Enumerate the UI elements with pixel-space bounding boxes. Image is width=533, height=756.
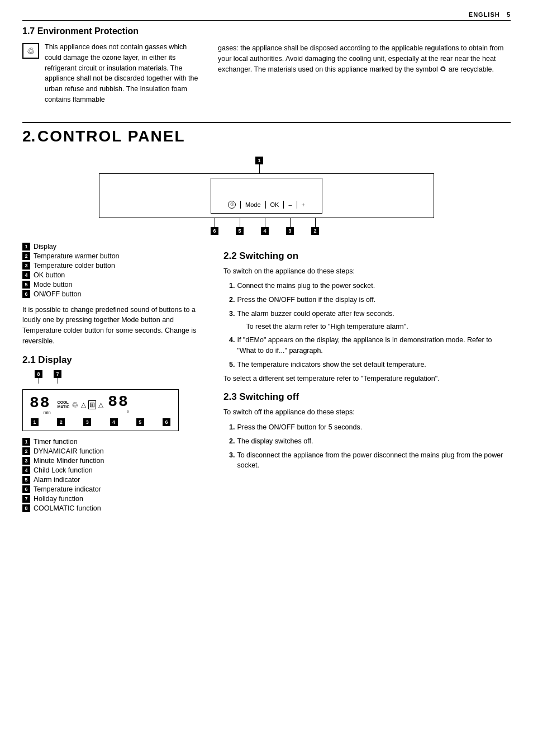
disp-item-4: 4 Child Lock function [22, 466, 207, 474]
callout-above-row: 1 [99, 157, 434, 173]
subsection-23-title: 2.3 Switching off [223, 391, 511, 403]
disp-badge-1-b: 1 [31, 418, 39, 426]
switching-off-steps: 1. Press the ON/OFF button for 5 seconds… [229, 422, 511, 471]
callout-3: 3 [286, 218, 294, 235]
badge-6: 6 [211, 227, 218, 235]
step-off-2: 2. The display switches off. [229, 436, 511, 447]
power-button-icon: ① [228, 201, 236, 209]
display-diagram-wrapper: 8 7 88 min COOLMATIC [22, 370, 184, 431]
step-on-5-text: The temperature indicators show the set … [237, 360, 426, 370]
item-badge-3: 3 [22, 262, 30, 270]
step-on-1-num: 1. [229, 281, 235, 291]
step-on-2-text: Press the ON/OFF button if the display i… [237, 295, 375, 305]
disp-item-label-5: Alarm indicator [34, 476, 80, 484]
step-on-1: 1. Connect the mains plug to the power s… [229, 281, 511, 291]
callout-1-above: 1 [255, 157, 263, 173]
plus-label: + [302, 201, 305, 208]
child-lock-icon: ⊞ [88, 400, 96, 409]
disp-item-badge-5: 5 [22, 476, 30, 484]
display-inner: 88 min COOLMATIC ♲ △ ⊞ △ 88 ° [30, 394, 172, 416]
disp-item-badge-3: 3 [22, 457, 30, 465]
disp-item-label-7: Holiday function [34, 495, 83, 503]
disp-item-badge-6: 6 [22, 485, 30, 493]
item-row-1: 1 Display [22, 243, 207, 251]
page-number: 5 [507, 11, 511, 18]
item-label-4: OK button [34, 271, 65, 279]
section-17: 1.7 Environment Protection ♲ This applia… [22, 26, 511, 105]
disp-badge-8: 8 [35, 370, 42, 378]
section-17-left: 1.7 Environment Protection ♲ This applia… [22, 26, 201, 105]
switching-on-steps: 1. Connect the mains plug to the power s… [229, 281, 511, 370]
disp-item-badge-2: 2 [22, 447, 30, 455]
display-item-list: 1 Timer function 2 DYNAMICAIR function 3… [22, 438, 207, 512]
mode-label: Mode [245, 201, 261, 208]
disp-item-badge-1: 1 [22, 438, 30, 446]
seg-right-value: 88 [108, 394, 129, 410]
step-off-1-text: Press the ON/OFF button for 5 seconds. [237, 422, 362, 433]
coolmatic-label-wrapper: COOLMATIC [58, 400, 70, 409]
language-label: ENGLISH [469, 11, 500, 18]
disp-item-badge-7: 7 [22, 495, 30, 503]
minus-label: – [288, 201, 292, 208]
disp-item-label-1: Timer function [34, 438, 78, 446]
disp-item-label-8: COOLMATIC function [34, 504, 101, 512]
step-on-4-num: 4. [229, 335, 235, 356]
disp-item-5: 5 Alarm indicator [22, 476, 207, 484]
display-callout-8: 8 [35, 370, 42, 384]
callout-5: 5 [236, 218, 244, 235]
coolmatic-text: COOLMATIC [58, 400, 70, 409]
item-badge-6: 6 [22, 290, 30, 298]
badge-3: 3 [286, 227, 294, 235]
disp-item-3: 3 Minute Minder function [22, 457, 207, 465]
callout-below-row: 6 5 4 3 2 [99, 218, 434, 237]
item-row-5: 5 Mode button [22, 281, 207, 289]
badge-5: 5 [236, 227, 244, 235]
disp-item-8: 8 COOLMATIC function [22, 504, 207, 512]
badge-1: 1 [255, 157, 263, 164]
disp-item-1: 1 Timer function [22, 438, 207, 446]
section-17-right: gases: the appliance shall be disposed a… [218, 26, 511, 105]
disp-item-badge-4: 4 [22, 466, 30, 474]
step-on-2: 2. Press the ON/OFF button if the displa… [229, 295, 511, 305]
item-badge-1: 1 [22, 243, 30, 251]
two-col-layout: 1 Display 2 Temperature warmer button 3 … [22, 243, 511, 519]
callout-line-1 [259, 164, 260, 173]
item-label-6: ON/OFF button [34, 290, 81, 298]
step-on-5-num: 5. [229, 360, 235, 370]
seg-left-value: 88 [30, 395, 51, 411]
step-off-1-num: 1. [229, 422, 235, 433]
control-panel-diagram: 1 ① Mode OK – + 6 [22, 157, 511, 237]
right-column: 2.2 Switching on To switch on the applia… [223, 243, 511, 519]
switching-on-footer: To select a different set temperature re… [223, 374, 511, 384]
step-off-3: 3. To disconnect the appliance from the … [229, 450, 511, 471]
item-label-3: Temperature colder button [34, 262, 115, 270]
badge-2: 2 [311, 227, 319, 235]
disp-item-label-4: Child Lock function [34, 466, 93, 474]
step-on-3-text: The alarm buzzer could operate after few… [237, 309, 408, 332]
panel-buttons-row: ① Mode OK – + [228, 201, 305, 209]
display-diagram: 88 min COOLMATIC ♲ △ ⊞ △ 88 ° [22, 389, 179, 431]
switching-on-intro: To switch on the appliance do these step… [223, 266, 511, 277]
env-icon: ♲ [22, 43, 39, 59]
callout-6: 6 [211, 218, 218, 235]
divider-1 [240, 201, 241, 209]
item-badge-2: 2 [22, 252, 30, 260]
coolmatic-icon: ♲ [72, 400, 79, 409]
item-row-3: 3 Temperature colder button [22, 262, 207, 270]
item-label-2: Temperature warmer button [34, 252, 120, 260]
display-numbers-row: 1 2 3 4 5 6 [30, 418, 172, 426]
disp-item-badge-8: 8 [22, 504, 30, 512]
item-row-4: 4 OK button [22, 271, 207, 279]
section-2-header: 2. CONTROL PANEL [22, 122, 511, 145]
cp-item-list: 1 Display 2 Temperature warmer button 3 … [22, 243, 207, 298]
section-17-left-text: This appliance does not contain gasses w… [45, 42, 201, 105]
callout-4: 4 [261, 218, 269, 235]
inner-panel: ① Mode OK – + [211, 178, 322, 214]
switching-off-intro: To switch off the appliance do these ste… [223, 407, 511, 418]
item-badge-5: 5 [22, 281, 30, 289]
disp-item-7: 7 Holiday function [22, 495, 207, 503]
ok-label: OK [270, 201, 279, 208]
step-off-3-text: To disconnect the appliance from the pow… [237, 450, 511, 471]
step-on-3: 3. The alarm buzzer could operate after … [229, 309, 511, 332]
section-17-title: 1.7 Environment Protection [22, 26, 201, 36]
